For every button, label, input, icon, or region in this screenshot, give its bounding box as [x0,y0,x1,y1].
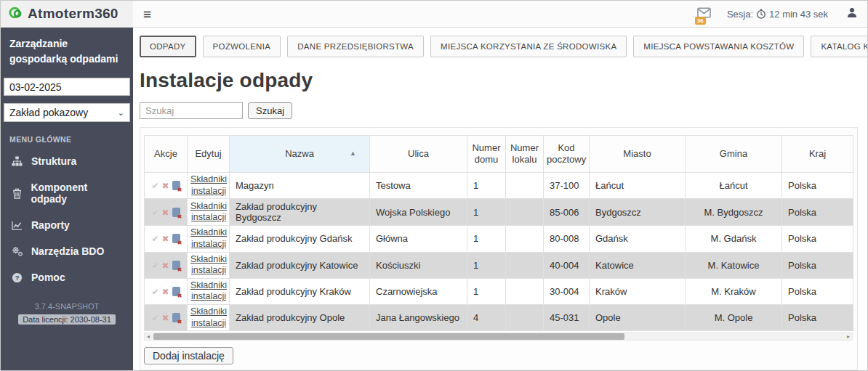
cell-nazwa: Zakład produkcyjny Opole [230,305,370,331]
approve-icon[interactable]: ✔ [151,261,158,271]
row-edit-cell: Składniki instalacji [188,252,230,278]
bdo-card-remove-icon[interactable] [172,181,180,190]
trash-icon [11,188,23,199]
cell-numer-domu: 1 [467,173,506,199]
approve-icon[interactable]: ✔ [151,181,158,191]
reject-icon[interactable]: ✖ [162,208,169,218]
sidebar-item-struktura[interactable]: Struktura [1,148,133,174]
hamburger-menu-icon[interactable]: ≡ [143,7,151,21]
cell-kraj: Polska [782,173,853,199]
approve-icon[interactable]: ✔ [151,234,158,244]
cell-nazwa: Zakład produkcyjny Katowice [230,252,370,278]
date-input[interactable] [4,78,130,96]
cell-numer-lokalu [506,278,544,304]
user-account-icon[interactable] [847,7,857,21]
row-edit-cell: Składniki instalacji [188,199,230,226]
cell-miasto: Kraków [590,278,686,304]
facility-select[interactable]: Zakład pokazowy ⌄ [4,103,130,122]
cell-gmina: M. Gdańsk [686,226,782,252]
cell-kod-pocztowy: 45-031 [544,305,590,331]
reject-icon[interactable]: ✖ [162,287,169,297]
cell-kod-pocztowy: 30-004 [544,278,590,304]
skladniki-instalacji-link[interactable]: Składniki instalacji [190,306,227,329]
tab-miejsca-powstawania-kosztow[interactable]: MIEJSCA POWSTAWANIA KOSZTÓW [633,36,804,57]
sidebar-module-title: Zarządzanie gospodarką odpadami [1,36,133,67]
bdo-card-remove-icon[interactable] [172,313,180,322]
row-actions: ✔✖ [145,226,188,252]
col-header-kod-pocztowy[interactable]: Kod pocztowy [544,136,590,173]
cell-numer-domu: 1 [467,252,506,278]
tab-pozwolenia[interactable]: POZWOLENIA [203,36,281,57]
sidebar-item-raporty[interactable]: Raporty [1,212,133,238]
col-header-gmina[interactable]: Gmina [686,136,782,173]
cell-kraj: Polska [782,252,853,278]
question-circle-icon: ? [11,272,23,283]
sidebar-item-label: Narzędzia BDO [31,245,104,257]
messages-icon[interactable]: 36 [697,7,711,21]
sidebar-item-komponent-odpady[interactable]: Komponent odpady [1,174,133,212]
col-header-kraj[interactable]: Kraj [782,136,853,173]
tab-odpady[interactable]: ODPADY [140,36,196,57]
skladniki-instalacji-link[interactable]: Składniki instalacji [190,174,227,197]
sidebar-item-narzedzia-bdo[interactable]: Narzędzia BDO [1,238,133,264]
search-button[interactable]: Szukaj [248,102,292,119]
col-header-edytuj[interactable]: Edytuj [188,136,230,173]
row-actions: ✔✖ [145,278,188,304]
skladniki-instalacji-link[interactable]: Składniki instalacji [190,227,227,250]
search-input[interactable] [140,102,243,119]
cell-kod-pocztowy: 80-008 [544,226,590,252]
skladniki-instalacji-link[interactable]: Składniki instalacji [190,201,227,224]
table-row: ✔✖ Składniki instalacji Magazyn Testowa … [145,173,853,199]
cell-numer-domu: 1 [467,226,506,252]
table-row: ✔✖ Składniki instalacji Zakład produkcyj… [145,305,853,331]
col-header-nazwa[interactable]: Nazwa▲ [230,136,370,173]
tab-miejsca-korzystania[interactable]: MIEJSCA KORZYSTANIA ZE ŚRODOWISKA [430,36,627,57]
bdo-card-remove-icon[interactable] [172,208,180,217]
add-installation-button[interactable]: Dodaj instalację [144,347,233,364]
cell-numer-lokalu [506,226,544,252]
col-header-numer-lokalu[interactable]: Numer lokalu [506,136,544,173]
approve-icon[interactable]: ✔ [151,313,158,323]
bdo-card-remove-icon[interactable] [172,287,180,296]
bdo-card-remove-icon[interactable] [172,261,180,270]
reject-icon[interactable]: ✖ [162,181,169,191]
approve-icon[interactable]: ✔ [151,208,158,218]
col-header-ulica[interactable]: Ulica [370,136,467,173]
col-header-numer-domu[interactable]: Numer domu [467,136,506,173]
logo: Atmoterm360 [1,1,133,28]
tab-dane-przedsiebiorstwa[interactable]: DANE PRZEDSIĘBIORSTWA [287,36,424,57]
atmoterm-logo-icon [8,5,23,23]
approve-icon[interactable]: ✔ [151,287,158,297]
scroll-right-arrow-icon[interactable]: ▸ [845,334,852,340]
chevron-down-icon: ⌄ [118,108,124,118]
clock-icon [756,9,766,19]
page-title: Instalacje odpady [140,69,858,92]
reject-icon[interactable]: ✖ [162,234,169,244]
cell-miasto: Łańcut [590,173,686,199]
cell-gmina: Łańcut [686,173,782,199]
horizontal-scrollbar[interactable]: ◂ ▸ [144,333,853,341]
scrollbar-track[interactable] [152,333,845,340]
module-tabs: ODPADY POZWOLENIA DANE PRZEDSIĘBIORSTWA … [140,36,858,57]
cell-numer-domu: 1 [467,278,506,304]
table-row: ✔✖ Składniki instalacji Zakład produkcyj… [145,199,853,226]
sidebar-item-pomoc[interactable]: ? Pomoc [1,264,133,290]
row-actions: ✔✖ [145,173,188,199]
skladniki-instalacji-link[interactable]: Składniki instalacji [190,254,227,277]
col-header-akcje[interactable]: Akcje [145,136,188,173]
cell-numer-lokalu [506,305,544,331]
reject-icon[interactable]: ✖ [162,313,169,323]
svg-text:?: ? [15,274,20,281]
skladniki-instalacji-link[interactable]: Składniki instalacji [190,280,227,303]
bdo-card-remove-icon[interactable] [172,234,180,243]
row-edit-cell: Składniki instalacji [188,305,230,331]
row-edit-cell: Składniki instalacji [188,173,230,199]
messages-count-badge: 36 [695,17,706,25]
cell-ulica: Czarnowiejska [370,278,467,304]
scroll-left-arrow-icon[interactable]: ◂ [145,334,152,340]
reject-icon[interactable]: ✖ [162,261,169,271]
scrollbar-thumb[interactable] [153,333,624,340]
cell-miasto: Opole [590,305,686,331]
tab-katalog-kontrahentow[interactable]: KATALOG KONTRAHENTÓW [811,36,868,57]
col-header-miasto[interactable]: Miasto [590,136,686,173]
